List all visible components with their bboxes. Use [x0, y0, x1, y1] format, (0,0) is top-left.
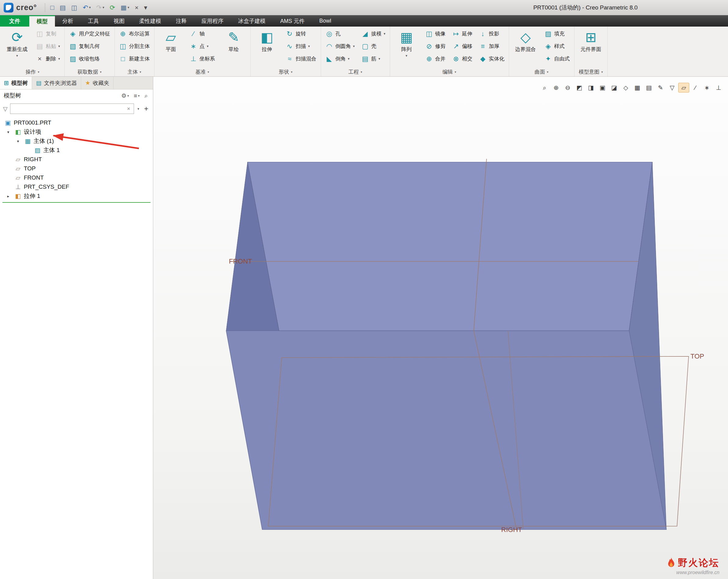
mirror-button[interactable]: ◫镜像	[422, 27, 448, 40]
tree-item-extrude-1[interactable]: ▸◧拉伸 1	[0, 192, 153, 201]
model-tree-filter-input[interactable]	[13, 106, 126, 112]
perspective-button[interactable]: ◇	[620, 83, 631, 93]
saved-orientations-button[interactable]: ▦	[632, 83, 643, 93]
ribbon-group-footer-body[interactable]: 主体▾	[116, 67, 153, 76]
annotation-display-button[interactable]: ✎	[655, 83, 666, 93]
show-section-button[interactable]: ◪	[609, 83, 620, 93]
datum-display-filters-button[interactable]: ▽	[667, 83, 678, 93]
dropdown-caret-icon[interactable]: ▾	[379, 57, 380, 61]
dropdown-caret-icon[interactable]: ▾	[384, 32, 386, 36]
panel-splitter[interactable]	[152, 77, 154, 579]
tab-icebox-modeling[interactable]: 冰盒子建模	[231, 15, 273, 27]
pattern-button[interactable]: ▦阵列▾	[392, 27, 421, 67]
user-defined-feature-button[interactable]: ◈用户定义特征	[66, 27, 113, 40]
swept-blend-button[interactable]: ≈扫描混合	[283, 52, 319, 65]
ribbon-group-footer-editing[interactable]: 编辑▾	[392, 67, 507, 76]
ribbon-group-footer-surfaces[interactable]: 曲面▾	[511, 67, 573, 76]
shell-button[interactable]: ▢壳	[358, 40, 388, 52]
ribbon-group-footer-model-intent[interactable]: 模型意图▾	[576, 67, 606, 76]
panel-tab-folder-browser[interactable]: ▤文件夹浏览器	[32, 77, 81, 89]
extend-button[interactable]: ↦延伸	[449, 27, 475, 40]
redo-button[interactable]: ↷▾	[94, 2, 106, 13]
point-display-button[interactable]: ∗	[701, 83, 712, 93]
customize-quick-access-button[interactable]: ▾	[142, 2, 150, 13]
dropdown-caret-icon[interactable]: ▾	[89, 5, 91, 9]
tab-analysis[interactable]: 分析	[55, 15, 81, 27]
datum-label-top[interactable]: TOP	[691, 352, 704, 360]
dropdown-caret-icon[interactable]: ▾	[58, 44, 60, 48]
tree-item-part-root[interactable]: ▣PRT0001.PRT	[0, 118, 153, 127]
dropdown-caret-icon[interactable]: ▾	[128, 5, 129, 9]
tab-model[interactable]: 模型	[29, 15, 55, 27]
tab-annotate[interactable]: 注释	[168, 15, 194, 27]
collapse-icon[interactable]: ▾	[4, 130, 12, 134]
merge-button[interactable]: ⊕合并	[422, 52, 448, 65]
tree-item-datum-top[interactable]: ▱TOP	[0, 164, 153, 173]
tree-item-datum-front[interactable]: ▱FRONT	[0, 173, 153, 182]
hole-button[interactable]: ◎孔	[323, 27, 358, 40]
tab-applications[interactable]: 应用程序	[194, 15, 231, 27]
draft-button[interactable]: ◢拔模▾	[358, 27, 388, 40]
chamfer-button[interactable]: ◣倒角▾	[323, 52, 358, 65]
zoom-in-button[interactable]: ⊕	[551, 83, 562, 93]
paste-button[interactable]: ▤粘贴▾	[33, 40, 63, 52]
model-face-top[interactable]	[248, 162, 652, 331]
dropdown-caret-icon[interactable]: ▾	[58, 57, 60, 61]
zoom-out-button[interactable]: ⊖	[562, 83, 573, 93]
shading-button[interactable]: ◨	[586, 83, 596, 93]
ribbon-group-footer-get-data[interactable]: 获取数据▾	[66, 67, 113, 76]
boundary-blend-button[interactable]: ◇边界混合	[511, 27, 541, 67]
tree-item-csys-def[interactable]: ⊥PRT_CSYS_DEF	[0, 182, 153, 192]
freestyle-button[interactable]: ✦自由式	[542, 52, 573, 65]
copy-geometry-button[interactable]: ▧复制几何	[66, 40, 113, 52]
tab-view[interactable]: 视图	[106, 15, 132, 27]
add-filter-icon[interactable]: +	[142, 104, 150, 113]
tree-item-body-1[interactable]: ▨主体 1	[0, 146, 153, 155]
viewport[interactable]: FRONT TOP RIGHT ⌕⊕⊖◩◨▣◪◇▦▤✎▽▱∕∗⊥ 野火论坛 ww…	[153, 77, 728, 579]
dropdown-caret-icon[interactable]: ▾	[207, 44, 209, 48]
expand-icon[interactable]: ▸	[4, 194, 12, 199]
ribbon-group-footer-shapes[interactable]: 形状▾	[252, 67, 319, 76]
shrinkwrap-button[interactable]: ▨收缩包络	[66, 52, 113, 65]
delete-button[interactable]: ×删除▾	[33, 52, 63, 65]
round-button[interactable]: ◠倒圆角▾	[323, 40, 358, 52]
dropdown-caret-icon[interactable]: ▾	[308, 44, 310, 48]
axis-display-button[interactable]: ∕	[690, 83, 701, 93]
component-interface-button[interactable]: ⊞元件界面	[576, 27, 606, 67]
split-body-button[interactable]: ◫分割主体	[116, 40, 153, 52]
new-body-button[interactable]: □新建主体	[116, 52, 153, 65]
intersect-button[interactable]: ⊗相交	[449, 52, 475, 65]
rib-button[interactable]: ▤筋▾	[358, 52, 388, 65]
regenerate-button[interactable]: ⟳	[107, 2, 117, 13]
refit-button[interactable]: ⌕	[539, 83, 550, 93]
axis-button[interactable]: ∕轴	[187, 27, 218, 40]
ribbon-group-footer-operations[interactable]: 操作▾	[2, 67, 63, 76]
tab-flexible-modeling[interactable]: 柔性建模	[132, 15, 168, 27]
tab-tools[interactable]: 工具	[81, 15, 106, 27]
collapse-icon[interactable]: ▾	[14, 139, 22, 144]
boolean-operations-button[interactable]: ⊕布尔运算	[116, 27, 153, 40]
trim-button[interactable]: ⊘修剪	[422, 40, 448, 52]
style-button[interactable]: ◈样式	[542, 40, 573, 52]
extrude-button[interactable]: ◧拉伸	[252, 27, 282, 67]
thicken-button[interactable]: ≡加厚	[476, 40, 507, 52]
solidify-button[interactable]: ◆实体化	[476, 52, 507, 65]
repaint-button[interactable]: ◩	[574, 83, 585, 93]
clear-filter-icon[interactable]: ×	[126, 106, 132, 112]
tree-item-bodies-folder[interactable]: ▾▦主体 (1)	[0, 136, 153, 146]
dropdown-caret-icon[interactable]: ▾	[103, 5, 104, 9]
undo-button[interactable]: ↶▾	[81, 2, 93, 13]
panel-tab-model-tree[interactable]: ⊞模型树	[0, 77, 32, 89]
open-button[interactable]: ▤	[58, 2, 68, 13]
close-window-button[interactable]: ×	[132, 2, 140, 13]
panel-tab-favorites[interactable]: ★收藏夹	[81, 77, 113, 89]
datum-plane-display-button[interactable]: ▱	[678, 83, 689, 93]
sketch-button[interactable]: ✎草绘	[219, 27, 249, 67]
sweep-button[interactable]: ∿扫描▾	[283, 40, 319, 52]
new-file-button[interactable]: □	[48, 2, 56, 13]
dropdown-caret-icon[interactable]: ▾	[348, 57, 350, 61]
view-manager-button[interactable]: ▤	[644, 83, 654, 93]
datum-label-front[interactable]: FRONT	[229, 257, 252, 265]
regenerate-button[interactable]: ⟳重新生成▾	[2, 27, 32, 67]
display-style-button[interactable]: ▣	[597, 83, 608, 93]
